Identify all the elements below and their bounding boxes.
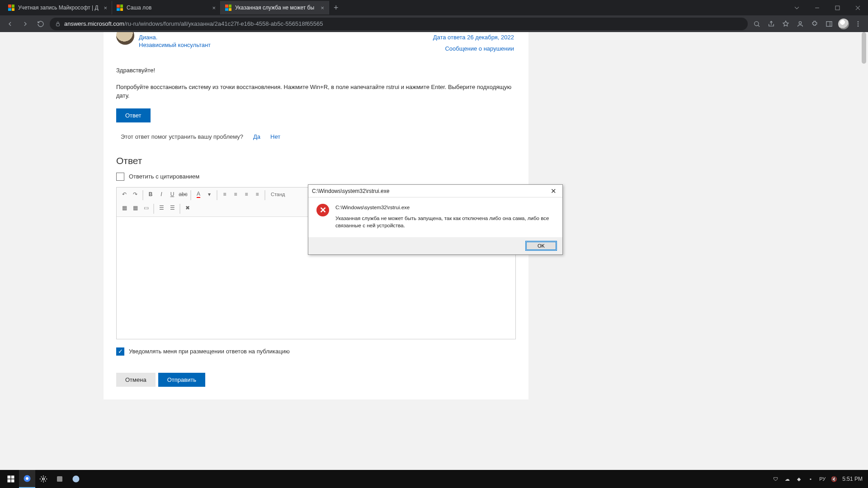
align-justify-icon[interactable]: ≡ xyxy=(252,189,262,199)
dialog-path: C:\Windows\system32\rstrui.exe xyxy=(335,204,554,211)
table-icon[interactable]: ▦ xyxy=(130,203,140,213)
chrome-menu-icon[interactable] xyxy=(852,18,864,30)
dialog-message: Указанная служба не может быть запущена,… xyxy=(335,215,554,229)
windows-error-dialog: C:\Windows\system32\rstrui.exe ✕ ✕ C:\Wi… xyxy=(308,184,563,255)
dialog-close-icon[interactable]: ✕ xyxy=(548,187,559,195)
svg-point-3 xyxy=(799,21,801,23)
window-controls xyxy=(787,0,868,15)
browser-toolbar: answers.microsoft.com/ru-ru/windows/foru… xyxy=(0,15,868,32)
tab-title: Учетная запись Майкрософт | Д xyxy=(18,5,101,11)
code-icon[interactable]: ▭ xyxy=(141,203,151,213)
answer-text: Попробуйте восстановить систему из точки… xyxy=(116,83,516,100)
extensions-icon[interactable] xyxy=(808,18,821,30)
browser-tab-0[interactable]: Учетная запись Майкрософт | Д × xyxy=(4,1,112,14)
image-icon[interactable]: ▦ xyxy=(119,203,129,213)
new-tab-button[interactable]: + xyxy=(329,3,343,13)
side-panel-icon[interactable] xyxy=(823,18,835,30)
report-abuse-link[interactable]: Сообщение о нарушении xyxy=(433,45,514,52)
scrollbar-thumb[interactable] xyxy=(862,32,866,64)
maximize-icon[interactable] xyxy=(827,0,848,15)
notify-label: Уведомлять меня при размещении ответов н… xyxy=(129,348,290,355)
reload-button[interactable] xyxy=(34,18,47,30)
taskbar-settings-icon[interactable] xyxy=(35,470,52,488)
browser-tab-1[interactable]: Саша лов × xyxy=(112,1,221,14)
list-ol-icon[interactable]: ☰ xyxy=(167,203,177,213)
answer-date-link[interactable]: Дата ответа 26 декабря, 2022 xyxy=(433,34,514,41)
favicon-ms-icon xyxy=(117,5,123,11)
tray-nvidia-icon[interactable]: ◆ xyxy=(795,475,802,483)
cancel-button[interactable]: Отмена xyxy=(116,373,156,387)
tray-shield-icon[interactable]: 🛡 xyxy=(772,475,779,483)
align-center-icon[interactable]: ≡ xyxy=(231,189,241,199)
back-button[interactable] xyxy=(4,18,16,30)
color-dropdown-icon[interactable]: ▾ xyxy=(204,189,214,199)
bold-icon[interactable]: B xyxy=(146,189,156,199)
clear-format-icon[interactable]: ✖ xyxy=(183,203,193,213)
tray-volume-icon[interactable]: 🔇 xyxy=(830,475,838,483)
svg-point-5 xyxy=(858,21,859,23)
taskbar-chrome-icon[interactable] xyxy=(19,470,35,488)
tab-close-icon[interactable]: × xyxy=(104,5,107,11)
taskbar-steam-icon[interactable] xyxy=(68,470,84,488)
tab-close-icon[interactable]: × xyxy=(212,5,216,11)
vertical-scrollbar[interactable] xyxy=(862,32,866,470)
tray-lang-icon[interactable]: РУ xyxy=(819,475,826,483)
dialog-titlebar[interactable]: C:\Windows\system32\rstrui.exe ✕ xyxy=(308,185,562,197)
notify-checkbox-row[interactable]: ✓ Уведомлять меня при размещении ответов… xyxy=(116,347,516,356)
svg-point-6 xyxy=(858,23,859,24)
helpful-yes-link[interactable]: Да xyxy=(253,133,260,140)
share-icon[interactable] xyxy=(765,18,778,30)
dialog-ok-button[interactable]: OK xyxy=(525,241,557,251)
zoom-icon[interactable] xyxy=(750,18,763,30)
svg-rect-11 xyxy=(11,479,14,483)
notify-checkbox[interactable]: ✓ xyxy=(116,347,124,356)
chrome-window: Учетная запись Майкрософт | Д × Саша лов… xyxy=(0,0,868,32)
helpful-no-link[interactable]: Нет xyxy=(270,133,280,140)
tab-strip: Учетная запись Майкрософт | Д × Саша лов… xyxy=(0,0,868,15)
italic-icon[interactable]: I xyxy=(156,189,166,199)
lock-icon xyxy=(55,21,61,27)
underline-icon[interactable]: U xyxy=(167,189,177,199)
author-avatar xyxy=(116,32,134,45)
minimize-icon[interactable] xyxy=(807,0,827,15)
text-color-icon[interactable]: A xyxy=(193,189,203,199)
author-name-link[interactable]: Диана. xyxy=(139,34,211,41)
quote-checkbox[interactable] xyxy=(116,173,124,181)
align-right-icon[interactable]: ≡ xyxy=(241,189,251,199)
address-bar[interactable]: answers.microsoft.com/ru-ru/windows/foru… xyxy=(50,18,748,30)
profile-icon[interactable] xyxy=(794,18,807,30)
url-text: answers.microsoft.com/ru-ru/windows/foru… xyxy=(64,20,323,27)
forward-button[interactable] xyxy=(19,18,32,30)
taskbar-clock[interactable]: 5:51 PM xyxy=(842,476,863,482)
answer-greeting: Здравствуйте! xyxy=(116,66,516,75)
start-button[interactable] xyxy=(3,470,19,488)
undo-icon[interactable]: ↶ xyxy=(119,189,129,199)
dialog-title: C:\Windows\system32\rstrui.exe xyxy=(312,188,548,194)
author-role-link[interactable]: Независимый консультант xyxy=(139,42,211,48)
svg-rect-9 xyxy=(11,476,14,479)
reply-button[interactable]: Ответ xyxy=(116,108,151,122)
font-size-dropdown[interactable]: Станд xyxy=(268,189,288,199)
system-tray: 🛡 ☁ ◆ ▪ РУ 🔇 5:51 PM xyxy=(772,475,865,483)
quote-checkbox-row[interactable]: Ответить с цитированием xyxy=(116,173,516,181)
svg-rect-4 xyxy=(826,21,832,26)
submit-button[interactable]: Отправить xyxy=(158,373,205,387)
caret-down-icon[interactable] xyxy=(787,0,807,15)
bookmark-star-icon[interactable] xyxy=(779,18,792,30)
taskbar-app-icon[interactable] xyxy=(52,470,68,488)
svg-rect-15 xyxy=(57,476,62,482)
tray-cloud-icon[interactable]: ☁ xyxy=(783,475,791,483)
list-ul-icon[interactable]: ☰ xyxy=(156,203,166,213)
strike-icon[interactable]: abc xyxy=(178,189,188,199)
chrome-avatar[interactable] xyxy=(837,18,850,30)
tray-app-icon[interactable]: ▪ xyxy=(807,475,814,483)
quote-label: Ответить с цитированием xyxy=(129,173,199,180)
svg-point-13 xyxy=(26,477,28,480)
window-close-icon[interactable] xyxy=(848,0,868,15)
answer-meta: Дата ответа 26 декабря, 2022 Сообщение о… xyxy=(433,34,514,56)
align-left-icon[interactable]: ≡ xyxy=(220,189,230,199)
browser-tab-2[interactable]: Указанная служба не может бы × xyxy=(221,1,329,14)
tab-close-icon[interactable]: × xyxy=(321,5,324,11)
redo-icon[interactable]: ↷ xyxy=(130,189,140,199)
tab-title: Саша лов xyxy=(127,5,209,11)
